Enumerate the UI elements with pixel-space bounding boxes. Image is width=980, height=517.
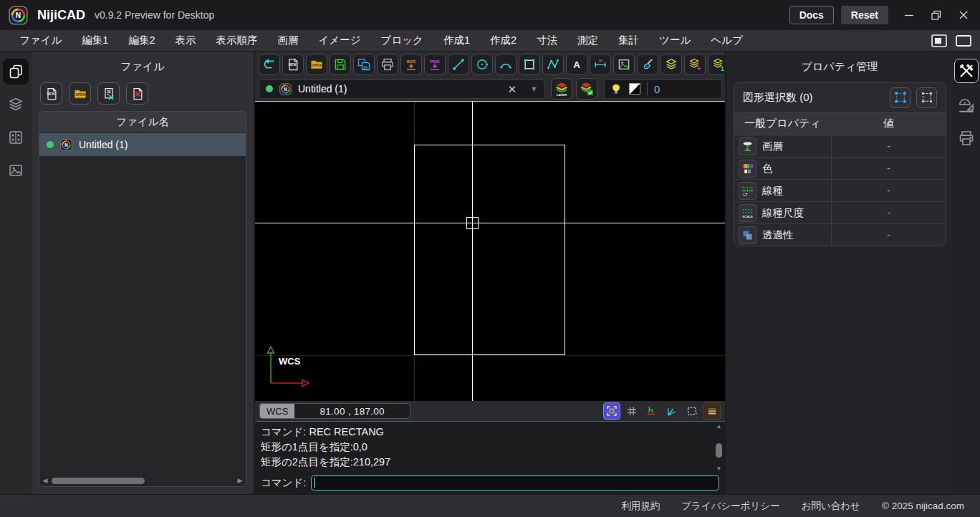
undo-button[interactable] (259, 54, 280, 75)
menu-block[interactable]: ブロック (371, 34, 433, 47)
menu-file[interactable]: ファイル (9, 34, 72, 47)
minimize-button[interactable] (895, 4, 923, 26)
menu-tally[interactable]: 集計 (608, 34, 649, 47)
menu-draw-order[interactable]: 表示順序 (206, 34, 268, 47)
layer-state-button[interactable] (576, 78, 597, 100)
layer-add-button[interactable]: + (684, 54, 706, 75)
menu-edit2[interactable]: 編集2 (118, 34, 165, 47)
privacy-policy-link[interactable]: プライバシーポリシー (681, 500, 780, 513)
print-icon (380, 57, 395, 72)
transparency-property-icon (739, 226, 756, 244)
value-column-header: 値 (832, 117, 946, 130)
rail-layers-tab[interactable] (3, 92, 29, 117)
new-file-toolbar-button[interactable]: NEW (282, 54, 304, 75)
layer-manager-button[interactable]: LAYER (551, 78, 572, 100)
property-row-linetype-scale[interactable]: SCALE 線種尺度 - (734, 201, 946, 223)
terms-link[interactable]: 利用規約 (621, 500, 660, 513)
draw-text-button[interactable]: A (566, 54, 587, 75)
rail-print-tab[interactable] (954, 126, 979, 150)
restore-button[interactable] (923, 4, 950, 26)
draw-arc-button[interactable] (495, 54, 517, 75)
app-version: v0.9.2 Preview for Desktop (95, 9, 214, 21)
print-button[interactable] (377, 54, 398, 75)
close-button[interactable] (950, 4, 977, 26)
hscroll-thumb[interactable] (52, 478, 145, 484)
rail-files-tab[interactable] (3, 59, 29, 84)
command-history-scrollbar[interactable]: ▲ ▼ (714, 423, 724, 473)
menu-dimension[interactable]: 寸法 (527, 34, 567, 47)
draw-circle-button[interactable] (471, 54, 493, 75)
export-svg-button[interactable]: SVG (400, 54, 422, 75)
scroll-right-icon[interactable]: ▶ (236, 477, 244, 484)
snap-toggle-button[interactable] (603, 402, 620, 420)
layer-current-button[interactable]: 1 (708, 54, 725, 75)
draw-line-button[interactable] (448, 54, 469, 75)
scroll-up-icon[interactable]: ▲ (716, 423, 722, 430)
draw-rectangle-button[interactable] (519, 54, 540, 75)
save-button[interactable] (330, 54, 351, 75)
polar-tracking-toggle-button[interactable] (663, 402, 681, 420)
rail-blocks-tab[interactable] (3, 125, 29, 150)
property-row-linetype[interactable]: LT 線種 - (734, 179, 946, 201)
save-as-button[interactable] (353, 54, 375, 75)
property-row-color[interactable]: 色 - (734, 157, 946, 179)
selection-window-toggle-button[interactable] (683, 402, 701, 420)
coordinate-system-chip[interactable]: WCS (260, 404, 294, 418)
menu-view[interactable]: 表示 (165, 34, 206, 47)
vscroll-thumb[interactable] (716, 443, 722, 458)
delete-file-button[interactable] (126, 82, 148, 105)
command-input[interactable] (315, 476, 716, 489)
contact-link[interactable]: お問い合わせ (802, 500, 860, 513)
menu-help[interactable]: ヘルプ (701, 34, 753, 47)
ortho-toggle-button[interactable] (643, 402, 660, 420)
menu-create1[interactable]: 作成1 (433, 34, 480, 47)
rail-images-tab[interactable] (3, 158, 29, 183)
menu-create2[interactable]: 作成2 (480, 34, 527, 47)
menu-measure[interactable]: 測定 (567, 34, 608, 47)
close-file-button[interactable] (97, 82, 120, 105)
menu-image[interactable]: イメージ (309, 34, 371, 47)
draw-polyline-button[interactable] (542, 54, 564, 75)
command-history-line: 矩形の1点目を指定:0,0 (261, 440, 709, 455)
dimension-button[interactable]: 10 (590, 54, 611, 75)
reset-button[interactable]: Reset (841, 6, 888, 24)
command-input-box[interactable] (311, 475, 719, 491)
document-tab[interactable]: N Untitled (1) ✕ ▼ (259, 79, 545, 99)
new-file-button[interactable]: NEW (40, 82, 62, 105)
file-row[interactable]: N Untitled (1) (39, 133, 246, 156)
clear-selection-button[interactable] (916, 87, 937, 108)
open-file-button[interactable]: OPEN (69, 82, 91, 105)
file-panel: ファイル NEW OPEN (32, 52, 255, 494)
tab-dropdown-icon[interactable]: ▼ (530, 84, 538, 93)
clean-brush-button[interactable] (637, 54, 658, 75)
insert-image-button[interactable] (613, 54, 635, 75)
grid-toggle-button[interactable] (623, 402, 640, 420)
lineweight-toggle-button[interactable] (703, 402, 721, 420)
rail-measure-tab[interactable] (954, 92, 979, 117)
layer-current-icon: 1 (711, 57, 725, 72)
select-objects-button[interactable] (890, 87, 911, 108)
layer-color-swatch[interactable] (629, 83, 640, 95)
layer-visibility-button[interactable] (610, 82, 623, 95)
export-png-button[interactable]: PNG (424, 54, 446, 75)
menu-tools[interactable]: ツール (649, 34, 701, 47)
tab-close-icon[interactable]: ✕ (508, 84, 517, 95)
panel-toggle-outline-button[interactable] (954, 33, 973, 49)
rail-properties-tab[interactable] (954, 59, 979, 83)
layers-button[interactable] (660, 54, 682, 75)
panel-toggle-filled-button[interactable] (930, 33, 948, 49)
current-layer-name[interactable]: 0 (654, 83, 660, 95)
menu-edit1[interactable]: 編集1 (72, 34, 118, 47)
close-icon (958, 9, 969, 21)
menu-layer[interactable]: 画層 (268, 34, 309, 47)
open-file-toolbar-button[interactable]: OPEN (306, 54, 327, 75)
scroll-down-icon[interactable]: ▼ (716, 465, 722, 473)
docs-button[interactable]: Docs (789, 6, 834, 24)
drawing-canvas[interactable]: WCS (255, 101, 725, 401)
layers-icon (7, 96, 24, 113)
filled-square-icon (931, 34, 948, 48)
scroll-left-icon[interactable]: ◀ (42, 477, 49, 484)
file-list-hscrollbar[interactable]: ◀ ▶ (39, 475, 246, 486)
property-row-transparency[interactable]: 透過性 - (734, 223, 946, 246)
property-row-layer[interactable]: 画層 - (734, 135, 946, 157)
